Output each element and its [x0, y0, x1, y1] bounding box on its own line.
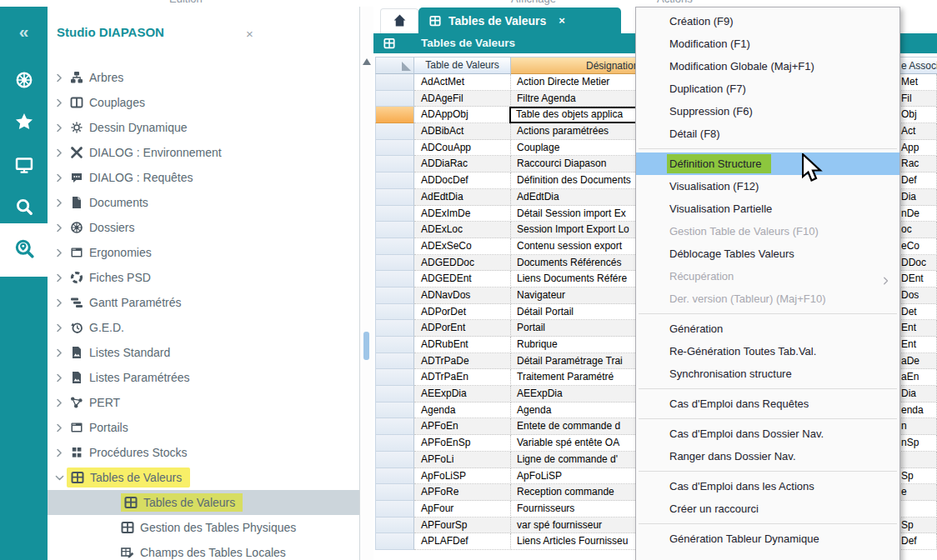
menu-item-cas-d-emploi-dans-les-actions[interactable]: Cas d'Emploi dans les Actions: [636, 475, 899, 498]
chevron-right-icon[interactable]: [54, 72, 65, 83]
tree-item-ergonomies[interactable]: Ergonomies: [48, 240, 359, 265]
cell-table-de-valeurs[interactable]: ADNavDos: [414, 288, 511, 304]
tree-item-proc-dures-stocks[interactable]: Procédures Stocks: [48, 440, 359, 465]
star-icon[interactable]: [0, 112, 48, 132]
tree-item-tables-de-valeurs[interactable]: Tables de Valeurs: [48, 490, 359, 515]
close-tab-icon[interactable]: ×: [559, 14, 565, 27]
scrollbar-thumb[interactable]: [363, 332, 369, 360]
menu-item-cas-d-emploi-dans-requ-tes[interactable]: Cas d'Emploi dans Requêtes: [636, 392, 899, 415]
chevron-right-icon[interactable]: [54, 372, 65, 383]
wheel-icon[interactable]: [0, 70, 48, 90]
cell-table-de-valeurs[interactable]: ADAgeFil: [414, 91, 511, 108]
column-header-table-de-valeurs[interactable]: Table de Valeurs: [414, 57, 511, 74]
tree-item-dialog-requ-tes[interactable]: DIALOG : Requêtes: [48, 165, 359, 190]
chevron-right-icon[interactable]: [54, 98, 65, 108]
row-selector[interactable]: [375, 533, 414, 550]
menu-item-suppression-f6-[interactable]: Suppression (F6): [636, 100, 899, 122]
cell-table-de-valeurs[interactable]: APFoEn: [414, 418, 511, 435]
cell-table-de-valeurs[interactable]: ADBibAct: [414, 123, 511, 140]
chevron-right-icon[interactable]: [54, 122, 65, 133]
tree-item-dessin-dynamique[interactable]: Dessin Dynamique: [48, 115, 359, 140]
cell-table-de-valeurs[interactable]: ADDiaRac: [414, 156, 511, 172]
cell-table-de-valeurs[interactable]: ADExSeCo: [414, 238, 511, 255]
tree-item-arbres[interactable]: Arbres: [48, 65, 359, 90]
menu-item-cr-er-un-raccourci[interactable]: Créer un raccourci: [636, 498, 899, 520]
tree-item-portails[interactable]: Portails: [48, 415, 359, 440]
menu-item-cas-d-emploi-dans-dossier-nav-[interactable]: Cas d'Emploi dans Dossier Nav.: [636, 422, 899, 445]
row-selector[interactable]: [375, 468, 414, 485]
tree-item-dialog-environnement[interactable]: DIALOG : Environnement: [48, 140, 359, 165]
row-selector[interactable]: [375, 189, 414, 206]
row-selector[interactable]: [375, 271, 414, 288]
menu-item-d-blocage-tables-valeurs[interactable]: Déblocage Tables Valeurs: [636, 242, 899, 265]
chevron-right-icon[interactable]: [54, 422, 65, 433]
tree-item-fiches-psd[interactable]: Fiches PSD: [48, 265, 359, 290]
menu-item-re-g-n-ration-toutes-tab-val-[interactable]: Re-Génération Toutes Tab.Val.: [636, 340, 899, 362]
chevron-right-icon[interactable]: [54, 448, 65, 458]
chevron-right-icon[interactable]: [54, 198, 65, 208]
row-selector[interactable]: [375, 288, 414, 304]
cell-table-de-valeurs[interactable]: ADExImDe: [414, 206, 511, 222]
tree-item-listes-param-tr-es[interactable]: Listes Paramétrées: [48, 365, 359, 390]
row-selector[interactable]: [375, 222, 414, 238]
menu-item-d-finition-structure[interactable]: Définition Structure: [636, 152, 899, 175]
chevron-right-icon[interactable]: [54, 272, 65, 283]
chevron-right-icon[interactable]: [54, 298, 65, 308]
tree-item-tables-de-valeurs[interactable]: Tables de Valeurs: [48, 465, 359, 490]
menu-item-cr-ation-f9-[interactable]: Création (F9): [636, 10, 899, 32]
row-selector[interactable]: [375, 386, 414, 402]
menu-item-modification-globale-maj-f1-[interactable]: Modification Globale (Maj+F1): [636, 55, 899, 78]
cell-table-de-valeurs[interactable]: ApFour: [414, 501, 511, 518]
cell-table-de-valeurs[interactable]: AdEdtDia: [414, 189, 511, 206]
select-all-header[interactable]: [375, 57, 414, 74]
row-selector[interactable]: [375, 206, 414, 222]
tree-item-listes-standard[interactable]: Listes Standard: [48, 340, 359, 365]
menubar-item-edition[interactable]: Edition: [169, 0, 203, 5]
row-selector[interactable]: [375, 337, 414, 353]
chevron-down-icon[interactable]: [54, 472, 65, 483]
cell-table-de-valeurs[interactable]: AEExpDia: [414, 386, 511, 402]
row-selector[interactable]: [375, 518, 414, 534]
row-selector[interactable]: [375, 238, 414, 255]
tab-home[interactable]: [380, 8, 418, 34]
chevron-right-icon[interactable]: [54, 398, 65, 408]
menu-item-g-n-ration-tableur-dynamique[interactable]: Génération Tableur Dynamique: [636, 528, 899, 550]
chevron-right-icon[interactable]: [54, 222, 65, 233]
tab-tables-de-valeurs[interactable]: Tables de Valeurs ×: [418, 8, 621, 33]
menu-item-visualisation-f12-[interactable]: Visualisation (F12): [636, 175, 899, 198]
menu-item-visualisation-partielle[interactable]: Visualisation Partielle: [636, 198, 899, 220]
chevron-right-icon[interactable]: [54, 322, 65, 333]
row-selector[interactable]: [375, 418, 414, 435]
row-selector[interactable]: [375, 484, 414, 501]
row-selector[interactable]: [375, 435, 414, 452]
row-selector[interactable]: [375, 353, 414, 370]
row-selector[interactable]: [375, 501, 414, 518]
tree-item-gantt-param-tr-s[interactable]: Gantt Paramétrés: [48, 290, 359, 315]
row-selector[interactable]: [375, 156, 414, 172]
tree-item-couplages[interactable]: Couplages: [48, 90, 359, 115]
menu-item-ranger-dans-dossier-nav-[interactable]: Ranger dans Dossier Nav.: [636, 445, 899, 468]
cell-table-de-valeurs[interactable]: ADTrPaEn: [414, 369, 511, 386]
close-panel-button[interactable]: ×: [246, 27, 253, 41]
chevron-right-icon[interactable]: [54, 348, 65, 358]
menu-item-g-n-ration[interactable]: Génération: [636, 318, 899, 340]
row-selector[interactable]: [375, 320, 414, 337]
row-selector[interactable]: [375, 304, 414, 321]
row-selector[interactable]: [375, 369, 414, 386]
row-selector-selected[interactable]: [375, 107, 414, 123]
collapse-panel-icon[interactable]: «: [0, 22, 48, 42]
tree-item-documents[interactable]: Documents: [48, 190, 359, 215]
menu-item-synchronisation-structure[interactable]: Synchronisation structure: [636, 362, 899, 385]
menu-item-d-tail-f8-[interactable]: Détail (F8): [636, 122, 899, 145]
cell-table-de-valeurs[interactable]: ADPorDet: [414, 304, 511, 321]
tree-item-g-e-d-[interactable]: G.E.D.: [48, 315, 359, 340]
cell-table-de-valeurs[interactable]: ADGEDEnt: [414, 271, 511, 288]
menu-item-modification-f1-[interactable]: Modification (F1): [636, 32, 899, 55]
row-selector[interactable]: [375, 172, 414, 189]
cell-table-de-valeurs[interactable]: ADRubEnt: [414, 337, 511, 353]
cell-table-de-valeurs[interactable]: ADCouApp: [414, 140, 511, 157]
tree-item-pert[interactable]: PERT: [48, 390, 359, 415]
row-selector[interactable]: [375, 255, 414, 272]
chevron-right-icon[interactable]: [54, 248, 65, 258]
menu-item-duplication-f7-[interactable]: Duplication (F7): [636, 78, 899, 100]
